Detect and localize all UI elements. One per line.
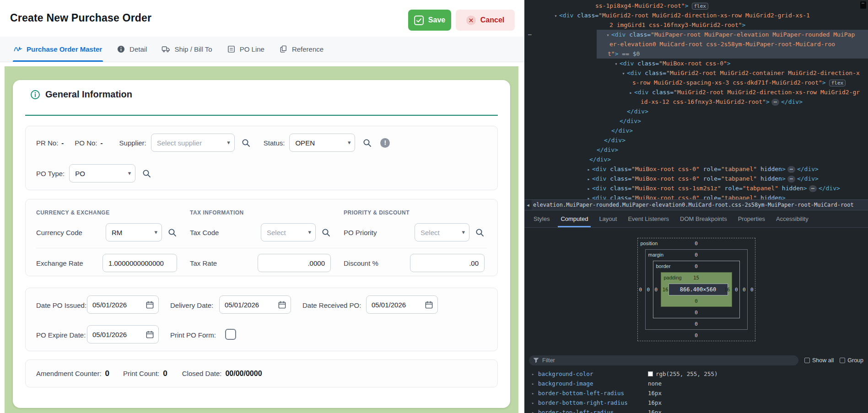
tree-line[interactable]: ▸<div class="MuiGrid2-root MuiGrid2-dire… — [524, 87, 868, 97]
expand-arrow-icon[interactable]: ▸ — [627, 88, 634, 97]
devtools-tab-layout[interactable]: Layout — [593, 210, 622, 227]
po-line-icon — [227, 45, 236, 54]
devtools-tab-accessibility[interactable]: Accessibility — [771, 210, 814, 227]
box-model-padding[interactable]: padding 15 16 0 16 866.400×560 — [661, 272, 732, 307]
status-select[interactable]: OPEN ▾ — [289, 134, 355, 152]
tree-line[interactable]: er-elevation0 MuiCard-root css-2s58ym-Mu… — [524, 39, 868, 49]
expand-arrow-icon[interactable]: ▸ — [532, 372, 538, 376]
computed-property-row[interactable]: ▸border-top-left-radius16px — [524, 408, 868, 413]
status-search-button[interactable] — [362, 138, 372, 148]
print-po-form-checkbox[interactable] — [225, 329, 236, 340]
exchange-rate-input[interactable]: 1.0000000000000 — [102, 254, 177, 272]
currency-code-search-button[interactable] — [167, 228, 177, 237]
tab-label: Ship / Bill To — [174, 45, 212, 53]
devtools-tab-computed[interactable]: Computed — [555, 210, 593, 227]
collapsed-content-button[interactable]: ⋯ — [787, 166, 795, 173]
tree-line[interactable]: ▸<div class="MuiBox-root css-0" role="ta… — [524, 164, 868, 174]
po-priority-search-button[interactable] — [475, 228, 485, 237]
expand-arrow-icon[interactable]: ▸ — [585, 165, 592, 174]
expand-arrow-icon[interactable]: ▾ — [604, 30, 611, 40]
tree-line[interactable]: </div> — [524, 135, 868, 145]
breadcrumb-text[interactable]: elevation.MuiPaper-rounded.MuiPaper-elev… — [532, 202, 854, 208]
calendar-icon — [278, 300, 286, 309]
box-model-position[interactable]: position 0 0 0 0 margin 0 0 0 0 border 0… — [637, 238, 755, 341]
tree-line[interactable]: </div> — [524, 145, 868, 155]
box-model-margin[interactable]: margin 0 0 0 0 border 0 0 0 0 padding 15 — [645, 249, 748, 330]
flex-badge[interactable]: flex — [829, 80, 846, 86]
expand-arrow-icon[interactable]: ▸ — [585, 184, 592, 193]
breadcrumb-scroll-left-button[interactable]: ◂ — [524, 200, 532, 210]
devtools-tab-styles[interactable]: Styles — [528, 210, 555, 227]
box-model-content[interactable]: 866.400×560 — [669, 284, 728, 295]
delivery-date-input[interactable]: 05/01/2026 — [219, 295, 291, 314]
po-type-search-button[interactable] — [142, 169, 151, 178]
tree-line[interactable]: ▾<div class="MuiGrid2-root MuiGrid2-cont… — [524, 68, 868, 78]
code-token: er-elevation0 MuiCard-root css-2s58ym-Mu… — [609, 41, 835, 48]
devtools-tab-event-listeners[interactable]: Event Listeners — [622, 210, 674, 227]
expand-arrow-icon[interactable]: ▸ — [532, 401, 538, 405]
tax-code-search-button[interactable] — [321, 228, 331, 237]
section-divider — [25, 115, 498, 116]
code-token: ss-1pi8xg4-MuiGrid2-root" — [595, 2, 685, 9]
expand-arrow-icon[interactable]: ▸ — [585, 174, 592, 184]
supplier-select[interactable]: Select supplier ▾ — [151, 134, 235, 152]
tree-line[interactable]: s-row MuiGrid2-spacing-xs-3 css-dkd71f-M… — [524, 78, 868, 87]
po-expire-date-input[interactable]: 05/01/2026 — [87, 325, 159, 343]
cancel-button[interactable]: Cancel — [456, 10, 515, 31]
tree-line[interactable]: ss-1pi8xg4-MuiGrid2-root">flex — [524, 1, 868, 11]
tree-line[interactable]: </div> — [524, 155, 868, 164]
po-type-select[interactable]: PO ▾ — [69, 164, 135, 182]
expand-arrow-icon[interactable]: ▸ — [532, 381, 538, 386]
tree-line[interactable]: ⋯▾<div class="MuiPaper-root MuiPaper-ele… — [524, 30, 868, 39]
expand-arrow-icon[interactable]: ▸ — [532, 391, 538, 396]
code-token: <div — [592, 185, 606, 192]
expand-arrow-icon[interactable]: ▸ — [585, 193, 592, 199]
devtools-tab-dom-breakpoints[interactable]: DOM Breakpoints — [674, 210, 733, 227]
po-priority-select[interactable]: Select ▾ — [415, 223, 469, 241]
collapsed-content-button[interactable]: ⋯ — [771, 99, 779, 106]
status-alert-icon[interactable]: ! — [380, 138, 390, 148]
expand-arrow-icon[interactable]: ▾ — [613, 59, 620, 69]
expand-arrow-icon[interactable]: ▾ — [620, 69, 627, 78]
computed-property-row[interactable]: ▸border-bottom-right-radius16px — [524, 398, 868, 408]
tree-line[interactable]: ▸<div class="MuiBox-root css-0" role="ta… — [524, 193, 868, 199]
tree-line[interactable]: t"> == $0 — [524, 49, 868, 59]
save-button[interactable]: Save — [408, 10, 451, 31]
tree-line[interactable]: id-xs-12 css-16fnxy3-MuiGrid2-root">⋯</d… — [524, 97, 868, 107]
amendment-counter: Amendment Counter: 0 — [36, 369, 109, 378]
tab-ship-bill-to[interactable]: Ship / Bill To — [161, 37, 213, 62]
collapsed-content-button[interactable]: ⋯ — [809, 185, 817, 192]
supplier-search-button[interactable] — [241, 138, 251, 148]
collapsed-content-button[interactable]: ⋯ — [787, 176, 795, 182]
expand-arrow-icon[interactable]: ▾ — [552, 11, 559, 21]
tab-detail[interactable]: Detail — [116, 37, 148, 62]
tax-code-select[interactable]: Select ▾ — [261, 223, 316, 241]
box-model-border[interactable]: border 0 0 0 0 padding 15 16 0 16 866. — [653, 261, 740, 318]
tree-line[interactable]: ▸<div class="MuiBox-root css-1sm2s1z" ro… — [524, 183, 868, 193]
date-po-issued-input[interactable]: 05/01/2026 — [87, 295, 159, 314]
tree-line[interactable]: </div> — [524, 107, 868, 116]
computed-property-row[interactable]: ▸background-imagenone — [524, 379, 868, 388]
tree-line[interactable]: </div> — [524, 126, 868, 135]
show-all-checkbox[interactable]: Show all — [804, 357, 834, 364]
computed-property-row[interactable]: ▸background-colorrgb(255, 255, 255) — [524, 369, 868, 379]
tab-purchase-order-master[interactable]: Purchase Order Master — [13, 37, 103, 62]
tab-reference[interactable]: Reference — [278, 37, 324, 62]
node-menu-icon[interactable]: ⋯ — [528, 30, 532, 39]
tax-rate-input[interactable]: .0000 — [258, 254, 331, 272]
currency-code-select[interactable]: RM ▾ — [106, 223, 162, 241]
date-received-po-input[interactable]: 05/01/2026 — [366, 295, 438, 314]
tree-line[interactable]: ▾<div class="MuiGrid2-root MuiGrid2-dire… — [524, 11, 868, 20]
filter-input[interactable]: Filter — [529, 355, 798, 365]
tree-line[interactable]: ▸<div class="MuiBox-root css-0" role="ta… — [524, 174, 868, 183]
devtools-tab-properties[interactable]: Properties — [733, 210, 771, 227]
tab-po-line[interactable]: PO Line — [226, 37, 265, 62]
discount-input[interactable]: .00 — [410, 254, 485, 272]
flex-badge[interactable]: flex — [692, 3, 709, 10]
expand-arrow-icon[interactable]: ▸ — [532, 410, 538, 413]
tree-line[interactable]: </div> — [524, 116, 868, 126]
computed-property-row[interactable]: ▸border-bottom-left-radius16px — [524, 388, 868, 398]
tree-line[interactable]: 2 imgGird1 css-16fnxy3-MuiGrid2-root"> — [524, 20, 868, 30]
group-checkbox[interactable]: Group — [840, 357, 863, 364]
tree-line[interactable]: ▾<div class="MuiBox-root css-0"> — [524, 59, 868, 68]
